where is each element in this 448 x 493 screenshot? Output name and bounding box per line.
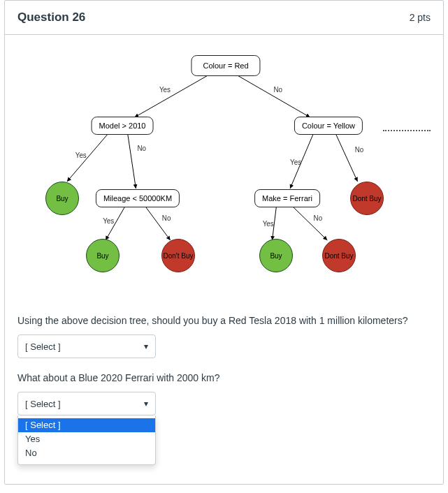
prompt-2: What about a Blue 2020 Ferrari with 2000… bbox=[17, 372, 431, 383]
answer-select-2-dropdown[interactable]: [ Select ] Yes No bbox=[17, 415, 156, 465]
tree-leaf-buy: Buy bbox=[259, 239, 293, 272]
edge-label: No bbox=[162, 214, 171, 222]
tree-leaf-dont-buy: Dont Buy bbox=[322, 239, 356, 272]
select-placeholder: [ Select ] bbox=[25, 399, 61, 409]
tree-node-make: Make = Ferrari bbox=[254, 189, 320, 207]
edge-label: Yes bbox=[159, 86, 171, 94]
tree-node-root: Colour = Red bbox=[191, 55, 260, 76]
svg-line-3 bbox=[128, 133, 136, 189]
edge-label: No bbox=[314, 214, 323, 222]
decision-tree-diagram: Yes No Yes No Yes No Yes bbox=[17, 41, 431, 302]
question-header: Question 26 2 pts bbox=[5, 1, 443, 35]
tree-node-mileage: Mileage < 50000KM bbox=[96, 189, 180, 207]
svg-line-7 bbox=[335, 133, 358, 182]
edge-label: Yes bbox=[263, 220, 274, 228]
answer-select-2[interactable]: [ Select ] ▾ bbox=[17, 392, 156, 415]
edge-label: No bbox=[137, 145, 146, 152]
svg-line-2 bbox=[67, 133, 108, 182]
tree-leaf-dont-buy: Dont Buy bbox=[350, 182, 384, 215]
svg-line-9 bbox=[293, 207, 327, 240]
dropdown-option[interactable]: [ Select ] bbox=[18, 418, 155, 432]
prompt-1: Using the above decision tree, should yo… bbox=[17, 315, 431, 326]
dropdown-option[interactable]: Yes bbox=[18, 432, 155, 446]
svg-line-5 bbox=[145, 207, 170, 240]
answer-select-1[interactable]: [ Select ] ▾ bbox=[17, 334, 156, 358]
tree-node-model: Model > 2010 bbox=[92, 117, 154, 135]
tree-leaf-buy: Buy bbox=[86, 239, 120, 272]
tree-leaf-buy: Buy bbox=[45, 182, 79, 215]
question-title: Question 26 bbox=[17, 10, 85, 24]
question-body: Yes No Yes No Yes No Yes bbox=[5, 41, 443, 428]
edge-label: No bbox=[273, 86, 282, 94]
edge-label: Yes bbox=[290, 159, 301, 166]
question-points: 2 pts bbox=[410, 12, 431, 23]
chevron-down-icon: ▾ bbox=[144, 341, 148, 351]
tree-node-colour-yellow: Colour = Yellow bbox=[294, 117, 363, 135]
tree-leaf-dont-buy: Don't Buy bbox=[161, 239, 195, 272]
question-card: Question 26 2 pts Yes No bbox=[4, 0, 444, 485]
select-placeholder: [ Select ] bbox=[25, 341, 61, 352]
svg-line-1 bbox=[235, 74, 310, 117]
dropdown-option[interactable]: No bbox=[18, 446, 155, 460]
edge-label: No bbox=[355, 146, 364, 154]
edge-label: Yes bbox=[103, 217, 114, 225]
chevron-down-icon: ▾ bbox=[144, 399, 148, 409]
svg-line-0 bbox=[134, 74, 210, 117]
edge-label: Yes bbox=[75, 152, 87, 159]
